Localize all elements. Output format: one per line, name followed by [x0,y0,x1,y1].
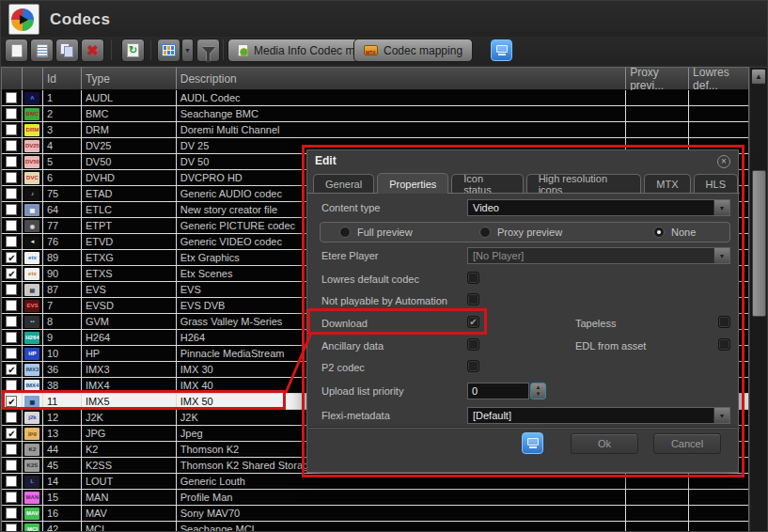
vertical-scrollbar[interactable]: ▲ [749,67,768,532]
codec-icon: HP [24,348,39,360]
row-checkbox[interactable]: ✔ [6,268,17,279]
row-checkbox[interactable] [6,108,17,119]
content-type-select[interactable]: Video ▼ [467,199,730,216]
row-checkbox[interactable] [6,476,17,487]
row-checkbox[interactable]: ✔ [6,396,17,407]
row-checkbox[interactable] [6,188,17,199]
row-type: J2K [82,410,177,425]
table-row[interactable]: MAN15MANProfile Man [2,490,748,506]
ok-button[interactable]: Ok [571,433,638,454]
header-select-column[interactable] [2,68,23,89]
row-checkbox[interactable] [6,508,17,519]
row-checkbox[interactable] [6,380,17,391]
row-checkbox[interactable] [6,300,17,311]
row-select-cell [2,378,23,393]
tab-hls[interactable]: HLS [694,174,738,194]
download-checkbox[interactable]: ✔ [467,316,479,328]
new-button[interactable] [5,39,28,62]
row-checkbox[interactable] [6,444,17,455]
codec-icon: MCI [24,524,39,532]
row-checkbox[interactable] [6,156,17,167]
codec-icon: IMX3 [24,364,39,376]
row-icon-cell: MAV [23,506,43,521]
filter-button[interactable] [196,39,220,62]
row-checkbox[interactable] [6,412,17,423]
codec-icon: K2 [24,444,39,456]
close-icon[interactable]: × [717,155,730,168]
row-checkbox[interactable] [6,172,17,183]
dialog-help-computer-button[interactable] [522,432,543,454]
edl-from-asset-checkbox[interactable] [718,338,730,351]
codec-mapping-button[interactable]: Codec mapping [353,39,473,62]
row-checkbox[interactable] [6,124,17,135]
header-proxy-preview[interactable]: Proxy previ... [626,68,689,89]
header-description[interactable]: Description [177,68,626,89]
header-id[interactable]: Id [43,68,82,89]
codec-icon: ▦ [24,204,39,216]
row-checkbox[interactable] [6,204,17,215]
row-type: DV50 [82,154,177,169]
tab-properties[interactable]: Properties [377,173,448,194]
row-checkbox[interactable] [6,284,17,295]
tab-icon-status[interactable]: Icon status [451,174,523,194]
delete-button[interactable]: ✖ [81,39,104,62]
flexi-metadata-select[interactable]: [Default] ▼ [467,407,730,424]
row-checkbox[interactable] [6,92,17,103]
radio-full-preview[interactable]: Full preview [339,227,413,238]
row-checkbox[interactable] [6,220,17,231]
not-playable-checkbox[interactable] [467,293,479,305]
row-checkbox[interactable]: ✔ [6,428,17,439]
table-row[interactable]: MAV16MAVSony MAV70 [2,506,748,522]
radio-proxy-preview[interactable]: Proxy preview [479,227,562,238]
upload-priority-spinner[interactable]: ▲▼ [530,383,546,399]
row-checkbox[interactable]: ✔ [6,364,17,375]
row-checkbox[interactable] [6,348,17,359]
lowres-default-codec-checkbox[interactable] [467,272,479,284]
row-description: Profile Man [177,490,626,505]
ancillary-data-checkbox[interactable] [467,338,479,351]
scrollbar-thumb[interactable] [752,170,766,317]
etere-player-select[interactable]: [No Player] ▼ [467,247,730,264]
refresh-button[interactable]: ↻ [121,39,145,62]
row-checkbox[interactable] [6,332,17,343]
row-select-cell [2,490,23,505]
scroll-up-icon: ▲ [755,72,762,81]
upload-list-priority-input[interactable] [467,383,529,399]
table-row[interactable]: BMC2BMCSeachange BMC [2,106,748,122]
header-type[interactable]: Type [82,68,177,89]
table-row[interactable]: DRM3DRMDoremi Multi Channel [2,122,748,138]
grid-view-button[interactable] [157,39,180,62]
row-checkbox[interactable] [6,460,17,471]
row-proxy-preview [626,90,689,105]
radio-none[interactable]: None [653,227,696,238]
row-icon-cell: ▪▪ [23,314,43,329]
row-checkbox[interactable] [6,236,17,247]
tab-high-resolution-icons[interactable]: High resolution icons [526,174,642,194]
grid-view-dropdown[interactable]: ▼ [181,39,194,62]
codec-mapping-label: Codec mapping [384,44,462,57]
row-checkbox[interactable] [6,524,17,532]
tapeless-checkbox[interactable] [718,316,730,328]
row-icon-cell: L [23,474,43,489]
row-checkbox[interactable] [6,140,17,151]
row-checkbox[interactable] [6,316,17,327]
table-row[interactable]: L14LOUTGeneric Louth [2,474,748,490]
copy-button[interactable] [55,39,79,62]
row-checkbox[interactable]: ✔ [6,252,17,263]
table-row[interactable]: A1AUDLAUDL Codec [2,90,748,106]
row-icon-cell: MAN [23,490,43,505]
edit-button[interactable] [30,39,54,62]
tab-general[interactable]: General [313,174,374,194]
row-checkbox[interactable] [6,492,17,503]
p2-codec-checkbox[interactable] [467,360,479,372]
header-icon-column[interactable] [23,68,43,89]
scroll-up-button[interactable]: ▲ [751,69,766,85]
table-header: Id Type Description Proxy previ... Lowre… [2,68,748,90]
cancel-button[interactable]: Cancel [653,433,721,454]
tab-mtx[interactable]: MTX [644,174,690,194]
row-proxy-preview [626,474,689,489]
row-id: 9 [43,330,82,345]
table-row[interactable]: MCI42MCISeachange MCI [2,522,748,532]
header-lowres-default[interactable]: Lowres def... [689,68,748,89]
help-computer-button[interactable] [491,39,512,61]
